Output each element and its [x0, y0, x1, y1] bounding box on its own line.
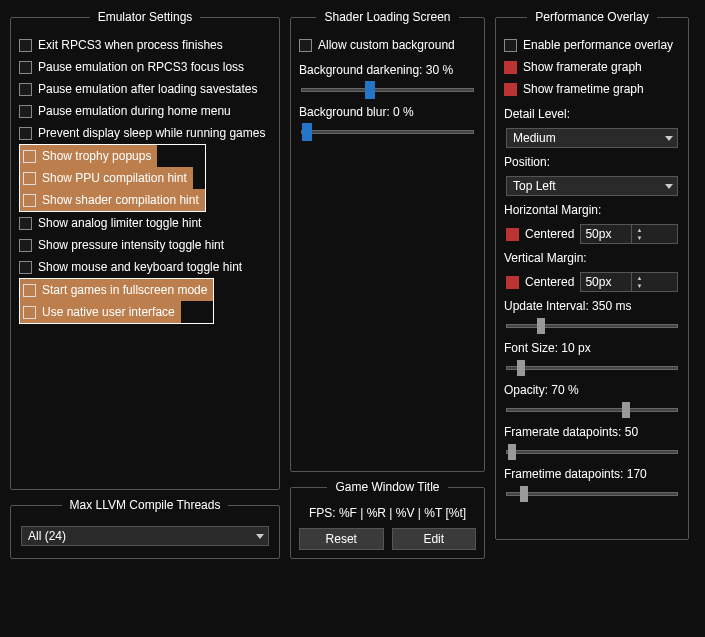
emulator-option-checkbox[interactable] — [19, 105, 32, 118]
emulator-option-row[interactable]: Use native user interface — [20, 301, 181, 323]
emulator-option-row[interactable]: Show mouse and keyboard toggle hint — [19, 256, 271, 278]
emulator-option-checkbox[interactable] — [19, 83, 32, 96]
emulator-option-label: Show trophy popups — [42, 149, 151, 163]
hmargin-label: Horizontal Margin: — [504, 200, 680, 220]
opacity-slider[interactable] — [506, 408, 678, 412]
reset-button[interactable]: Reset — [299, 528, 384, 550]
emulator-option-checkbox[interactable] — [19, 61, 32, 74]
position-value: Top Left — [513, 179, 556, 193]
emulator-settings-legend: Emulator Settings — [90, 10, 201, 24]
vmargin-centered-checkbox[interactable] — [506, 276, 519, 289]
emulator-option-checkbox[interactable] — [19, 127, 32, 140]
ftdp-slider[interactable] — [506, 492, 678, 496]
spin-down-icon[interactable]: ▼ — [632, 282, 646, 290]
font-slider[interactable] — [506, 366, 678, 370]
hmargin-spinbox[interactable]: ▲▼ — [580, 224, 678, 244]
vmargin-spinbox[interactable]: ▲▼ — [580, 272, 678, 292]
bg-darken-label: Background darkening: 30 % — [299, 60, 476, 80]
bg-blur-slider[interactable] — [301, 130, 474, 134]
enable-perf-row[interactable]: Enable performance overlay — [504, 34, 680, 56]
emulator-option-row[interactable]: Show trophy popups — [20, 145, 157, 167]
emulator-option-checkbox[interactable] — [23, 150, 36, 163]
emulator-option-label: Start games in fullscreen mode — [42, 283, 207, 297]
allow-custom-bg-row[interactable]: Allow custom background — [299, 34, 476, 56]
chevron-down-icon — [665, 136, 673, 141]
emulator-option-label: Show PPU compilation hint — [42, 171, 187, 185]
detail-level-combo[interactable]: Medium — [506, 128, 678, 148]
emulator-settings-group: Emulator Settings Exit RPCS3 when proces… — [10, 10, 280, 490]
emulator-option-row[interactable]: Show shader compilation hint — [20, 189, 205, 211]
shader-loading-legend: Shader Loading Screen — [316, 10, 458, 24]
emulator-option-label: Pause emulation on RPCS3 focus loss — [38, 60, 244, 74]
emulator-option-checkbox[interactable] — [19, 239, 32, 252]
frdp-slider[interactable] — [506, 450, 678, 454]
llvm-threads-legend: Max LLVM Compile Threads — [62, 498, 229, 512]
emulator-option-label: Show analog limiter toggle hint — [38, 216, 201, 230]
ftdp-label: Frametime datapoints: 170 — [504, 464, 680, 484]
emulator-option-checkbox[interactable] — [23, 284, 36, 297]
game-window-title-group: Game Window Title FPS: %F | %R | %V | %T… — [290, 480, 485, 559]
emulator-option-checkbox[interactable] — [19, 217, 32, 230]
detail-level-value: Medium — [513, 131, 556, 145]
font-label: Font Size: 10 px — [504, 338, 680, 358]
show-frametime-row[interactable]: Show frametime graph — [504, 78, 680, 100]
show-framerate-label: Show framerate graph — [523, 60, 642, 74]
llvm-threads-combo[interactable]: All (24) — [21, 526, 269, 546]
emulator-option-row[interactable]: Pause emulation during home menu — [19, 100, 271, 122]
hmargin-centered-label: Centered — [525, 227, 574, 241]
bg-darken-slider[interactable] — [301, 88, 474, 92]
emulator-option-label: Pause emulation after loading savestates — [38, 82, 257, 96]
emulator-option-row[interactable]: Exit RPCS3 when process finishes — [19, 34, 271, 56]
emulator-option-label: Show shader compilation hint — [42, 193, 199, 207]
emulator-option-row[interactable]: Show PPU compilation hint — [20, 167, 193, 189]
show-frametime-label: Show frametime graph — [523, 82, 644, 96]
emulator-option-row[interactable]: Pause emulation on RPCS3 focus loss — [19, 56, 271, 78]
allow-custom-bg-label: Allow custom background — [318, 38, 455, 52]
update-label: Update Interval: 350 ms — [504, 296, 680, 316]
update-slider[interactable] — [506, 324, 678, 328]
position-combo[interactable]: Top Left — [506, 176, 678, 196]
spin-up-icon[interactable]: ▲ — [632, 274, 646, 282]
emulator-option-checkbox[interactable] — [23, 172, 36, 185]
bg-blur-label: Background blur: 0 % — [299, 102, 476, 122]
chevron-down-icon — [665, 184, 673, 189]
emulator-option-label: Prevent display sleep while running game… — [38, 126, 265, 140]
emulator-option-row[interactable]: Show analog limiter toggle hint — [19, 212, 271, 234]
emulator-option-label: Use native user interface — [42, 305, 175, 319]
emulator-option-label: Pause emulation during home menu — [38, 104, 231, 118]
vmargin-input[interactable] — [581, 275, 631, 289]
performance-overlay-legend: Performance Overlay — [527, 10, 656, 24]
emulator-option-checkbox[interactable] — [19, 261, 32, 274]
vmargin-label: Vertical Margin: — [504, 248, 680, 268]
emulator-option-label: Exit RPCS3 when process finishes — [38, 38, 223, 52]
hmargin-centered-checkbox[interactable] — [506, 228, 519, 241]
emulator-option-row[interactable]: Start games in fullscreen mode — [20, 279, 213, 301]
emulator-option-row[interactable]: Prevent display sleep while running game… — [19, 122, 271, 144]
enable-perf-label: Enable performance overlay — [523, 38, 673, 52]
edit-button[interactable]: Edit — [392, 528, 477, 550]
chevron-down-icon — [256, 534, 264, 539]
show-framerate-row[interactable]: Show framerate graph — [504, 56, 680, 78]
llvm-threads-value: All (24) — [28, 529, 66, 543]
emulator-option-checkbox[interactable] — [23, 194, 36, 207]
show-framerate-checkbox[interactable] — [504, 61, 517, 74]
allow-custom-bg-checkbox[interactable] — [299, 39, 312, 52]
hmargin-input[interactable] — [581, 227, 631, 241]
spin-down-icon[interactable]: ▼ — [632, 234, 646, 242]
performance-overlay-group: Performance Overlay Enable performance o… — [495, 10, 689, 540]
game-window-title-legend: Game Window Title — [327, 480, 447, 494]
position-label: Position: — [504, 152, 680, 172]
opacity-label: Opacity: 70 % — [504, 380, 680, 400]
vmargin-centered-label: Centered — [525, 275, 574, 289]
spin-up-icon[interactable]: ▲ — [632, 226, 646, 234]
show-frametime-checkbox[interactable] — [504, 83, 517, 96]
emulator-option-label: Show pressure intensity toggle hint — [38, 238, 224, 252]
llvm-threads-group: Max LLVM Compile Threads All (24) — [10, 498, 280, 559]
shader-loading-group: Shader Loading Screen Allow custom backg… — [290, 10, 485, 472]
emulator-option-row[interactable]: Pause emulation after loading savestates — [19, 78, 271, 100]
emulator-option-row[interactable]: Show pressure intensity toggle hint — [19, 234, 271, 256]
frdp-label: Framerate datapoints: 50 — [504, 422, 680, 442]
enable-perf-checkbox[interactable] — [504, 39, 517, 52]
emulator-option-checkbox[interactable] — [19, 39, 32, 52]
emulator-option-checkbox[interactable] — [23, 306, 36, 319]
